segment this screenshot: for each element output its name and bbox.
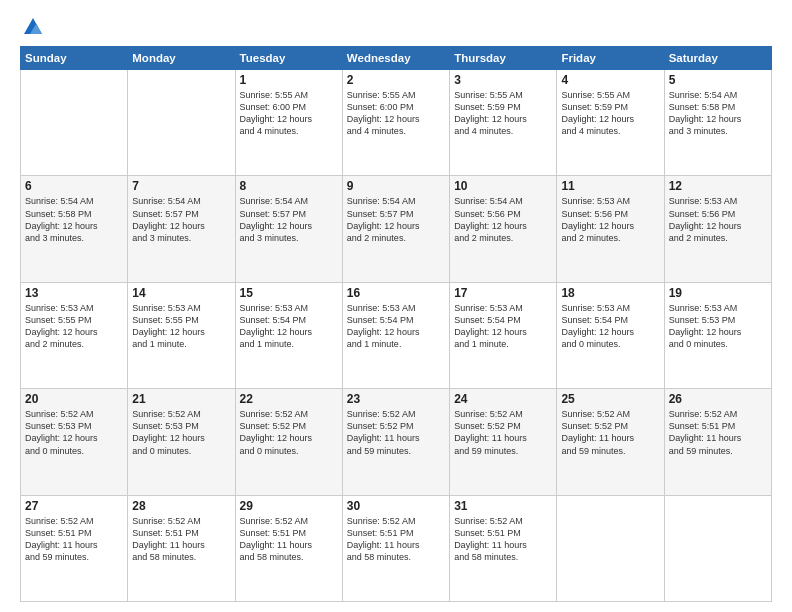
calendar-cell: 21Sunrise: 5:52 AM Sunset: 5:53 PM Dayli… bbox=[128, 389, 235, 495]
cell-info: Sunrise: 5:55 AM Sunset: 6:00 PM Dayligh… bbox=[347, 89, 445, 138]
day-number: 2 bbox=[347, 73, 445, 87]
day-number: 1 bbox=[240, 73, 338, 87]
calendar-cell: 22Sunrise: 5:52 AM Sunset: 5:52 PM Dayli… bbox=[235, 389, 342, 495]
day-number: 26 bbox=[669, 392, 767, 406]
cell-info: Sunrise: 5:54 AM Sunset: 5:57 PM Dayligh… bbox=[240, 195, 338, 244]
cell-info: Sunrise: 5:55 AM Sunset: 5:59 PM Dayligh… bbox=[561, 89, 659, 138]
day-number: 21 bbox=[132, 392, 230, 406]
calendar-table: SundayMondayTuesdayWednesdayThursdayFrid… bbox=[20, 46, 772, 602]
weekday-header-saturday: Saturday bbox=[664, 47, 771, 70]
cell-info: Sunrise: 5:52 AM Sunset: 5:51 PM Dayligh… bbox=[25, 515, 123, 564]
cell-info: Sunrise: 5:53 AM Sunset: 5:55 PM Dayligh… bbox=[25, 302, 123, 351]
cell-info: Sunrise: 5:52 AM Sunset: 5:51 PM Dayligh… bbox=[454, 515, 552, 564]
calendar-cell: 16Sunrise: 5:53 AM Sunset: 5:54 PM Dayli… bbox=[342, 282, 449, 388]
day-number: 22 bbox=[240, 392, 338, 406]
cell-info: Sunrise: 5:52 AM Sunset: 5:52 PM Dayligh… bbox=[561, 408, 659, 457]
cell-info: Sunrise: 5:52 AM Sunset: 5:53 PM Dayligh… bbox=[25, 408, 123, 457]
day-number: 3 bbox=[454, 73, 552, 87]
cell-info: Sunrise: 5:53 AM Sunset: 5:56 PM Dayligh… bbox=[669, 195, 767, 244]
day-number: 19 bbox=[669, 286, 767, 300]
cell-info: Sunrise: 5:53 AM Sunset: 5:55 PM Dayligh… bbox=[132, 302, 230, 351]
cell-info: Sunrise: 5:53 AM Sunset: 5:54 PM Dayligh… bbox=[347, 302, 445, 351]
day-number: 5 bbox=[669, 73, 767, 87]
day-number: 27 bbox=[25, 499, 123, 513]
calendar-cell: 27Sunrise: 5:52 AM Sunset: 5:51 PM Dayli… bbox=[21, 495, 128, 601]
cell-info: Sunrise: 5:54 AM Sunset: 5:58 PM Dayligh… bbox=[669, 89, 767, 138]
cell-info: Sunrise: 5:55 AM Sunset: 6:00 PM Dayligh… bbox=[240, 89, 338, 138]
weekday-header-friday: Friday bbox=[557, 47, 664, 70]
header bbox=[20, 16, 772, 38]
day-number: 12 bbox=[669, 179, 767, 193]
day-number: 24 bbox=[454, 392, 552, 406]
day-number: 6 bbox=[25, 179, 123, 193]
calendar-cell: 1Sunrise: 5:55 AM Sunset: 6:00 PM Daylig… bbox=[235, 70, 342, 176]
calendar-cell: 24Sunrise: 5:52 AM Sunset: 5:52 PM Dayli… bbox=[450, 389, 557, 495]
calendar-cell: 28Sunrise: 5:52 AM Sunset: 5:51 PM Dayli… bbox=[128, 495, 235, 601]
day-number: 13 bbox=[25, 286, 123, 300]
day-number: 17 bbox=[454, 286, 552, 300]
week-row-5: 27Sunrise: 5:52 AM Sunset: 5:51 PM Dayli… bbox=[21, 495, 772, 601]
day-number: 11 bbox=[561, 179, 659, 193]
calendar-cell: 10Sunrise: 5:54 AM Sunset: 5:56 PM Dayli… bbox=[450, 176, 557, 282]
day-number: 14 bbox=[132, 286, 230, 300]
calendar-cell: 31Sunrise: 5:52 AM Sunset: 5:51 PM Dayli… bbox=[450, 495, 557, 601]
logo-icon bbox=[22, 16, 44, 38]
weekday-header-sunday: Sunday bbox=[21, 47, 128, 70]
day-number: 30 bbox=[347, 499, 445, 513]
calendar-cell: 26Sunrise: 5:52 AM Sunset: 5:51 PM Dayli… bbox=[664, 389, 771, 495]
cell-info: Sunrise: 5:54 AM Sunset: 5:58 PM Dayligh… bbox=[25, 195, 123, 244]
cell-info: Sunrise: 5:53 AM Sunset: 5:56 PM Dayligh… bbox=[561, 195, 659, 244]
week-row-3: 13Sunrise: 5:53 AM Sunset: 5:55 PM Dayli… bbox=[21, 282, 772, 388]
cell-info: Sunrise: 5:52 AM Sunset: 5:51 PM Dayligh… bbox=[132, 515, 230, 564]
weekday-header-thursday: Thursday bbox=[450, 47, 557, 70]
day-number: 31 bbox=[454, 499, 552, 513]
logo bbox=[20, 16, 44, 38]
calendar-cell: 6Sunrise: 5:54 AM Sunset: 5:58 PM Daylig… bbox=[21, 176, 128, 282]
calendar-cell: 19Sunrise: 5:53 AM Sunset: 5:53 PM Dayli… bbox=[664, 282, 771, 388]
day-number: 8 bbox=[240, 179, 338, 193]
calendar-cell bbox=[128, 70, 235, 176]
cell-info: Sunrise: 5:52 AM Sunset: 5:51 PM Dayligh… bbox=[240, 515, 338, 564]
day-number: 25 bbox=[561, 392, 659, 406]
calendar-cell: 12Sunrise: 5:53 AM Sunset: 5:56 PM Dayli… bbox=[664, 176, 771, 282]
cell-info: Sunrise: 5:52 AM Sunset: 5:53 PM Dayligh… bbox=[132, 408, 230, 457]
cell-info: Sunrise: 5:54 AM Sunset: 5:57 PM Dayligh… bbox=[132, 195, 230, 244]
calendar-cell: 18Sunrise: 5:53 AM Sunset: 5:54 PM Dayli… bbox=[557, 282, 664, 388]
page: SundayMondayTuesdayWednesdayThursdayFrid… bbox=[0, 0, 792, 612]
calendar-cell bbox=[664, 495, 771, 601]
calendar-cell: 17Sunrise: 5:53 AM Sunset: 5:54 PM Dayli… bbox=[450, 282, 557, 388]
calendar-cell: 15Sunrise: 5:53 AM Sunset: 5:54 PM Dayli… bbox=[235, 282, 342, 388]
calendar-cell bbox=[21, 70, 128, 176]
day-number: 28 bbox=[132, 499, 230, 513]
cell-info: Sunrise: 5:54 AM Sunset: 5:57 PM Dayligh… bbox=[347, 195, 445, 244]
calendar-cell: 13Sunrise: 5:53 AM Sunset: 5:55 PM Dayli… bbox=[21, 282, 128, 388]
cell-info: Sunrise: 5:52 AM Sunset: 5:52 PM Dayligh… bbox=[240, 408, 338, 457]
cell-info: Sunrise: 5:53 AM Sunset: 5:54 PM Dayligh… bbox=[454, 302, 552, 351]
cell-info: Sunrise: 5:53 AM Sunset: 5:54 PM Dayligh… bbox=[240, 302, 338, 351]
day-number: 10 bbox=[454, 179, 552, 193]
week-row-2: 6Sunrise: 5:54 AM Sunset: 5:58 PM Daylig… bbox=[21, 176, 772, 282]
calendar-cell: 5Sunrise: 5:54 AM Sunset: 5:58 PM Daylig… bbox=[664, 70, 771, 176]
cell-info: Sunrise: 5:53 AM Sunset: 5:53 PM Dayligh… bbox=[669, 302, 767, 351]
day-number: 4 bbox=[561, 73, 659, 87]
cell-info: Sunrise: 5:54 AM Sunset: 5:56 PM Dayligh… bbox=[454, 195, 552, 244]
calendar-cell: 3Sunrise: 5:55 AM Sunset: 5:59 PM Daylig… bbox=[450, 70, 557, 176]
cell-info: Sunrise: 5:52 AM Sunset: 5:52 PM Dayligh… bbox=[454, 408, 552, 457]
calendar-cell: 9Sunrise: 5:54 AM Sunset: 5:57 PM Daylig… bbox=[342, 176, 449, 282]
calendar-cell: 2Sunrise: 5:55 AM Sunset: 6:00 PM Daylig… bbox=[342, 70, 449, 176]
weekday-header-tuesday: Tuesday bbox=[235, 47, 342, 70]
day-number: 18 bbox=[561, 286, 659, 300]
weekday-header-wednesday: Wednesday bbox=[342, 47, 449, 70]
cell-info: Sunrise: 5:55 AM Sunset: 5:59 PM Dayligh… bbox=[454, 89, 552, 138]
day-number: 23 bbox=[347, 392, 445, 406]
week-row-4: 20Sunrise: 5:52 AM Sunset: 5:53 PM Dayli… bbox=[21, 389, 772, 495]
cell-info: Sunrise: 5:53 AM Sunset: 5:54 PM Dayligh… bbox=[561, 302, 659, 351]
day-number: 7 bbox=[132, 179, 230, 193]
calendar-cell: 14Sunrise: 5:53 AM Sunset: 5:55 PM Dayli… bbox=[128, 282, 235, 388]
cell-info: Sunrise: 5:52 AM Sunset: 5:51 PM Dayligh… bbox=[669, 408, 767, 457]
calendar-cell: 20Sunrise: 5:52 AM Sunset: 5:53 PM Dayli… bbox=[21, 389, 128, 495]
calendar-cell: 30Sunrise: 5:52 AM Sunset: 5:51 PM Dayli… bbox=[342, 495, 449, 601]
day-number: 16 bbox=[347, 286, 445, 300]
weekday-header-monday: Monday bbox=[128, 47, 235, 70]
calendar-cell: 8Sunrise: 5:54 AM Sunset: 5:57 PM Daylig… bbox=[235, 176, 342, 282]
